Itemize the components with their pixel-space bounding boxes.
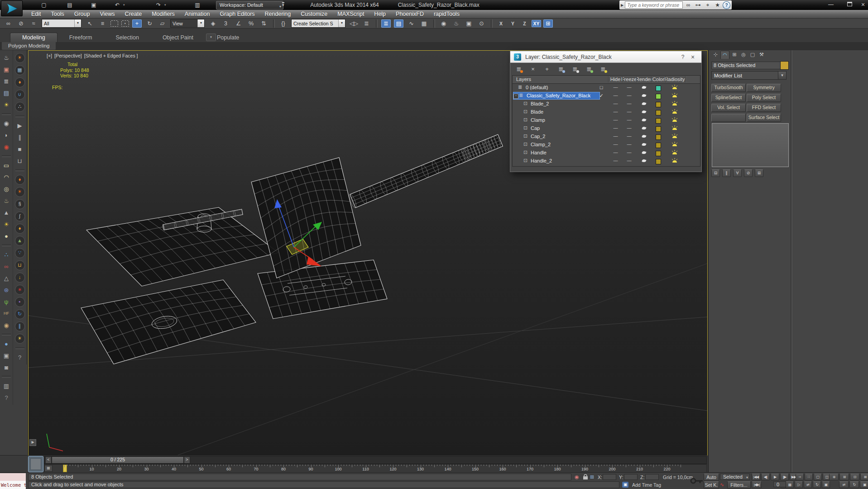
freeze-cell[interactable]: –– xyxy=(627,134,631,139)
named-selection-combo-caret-icon[interactable]: ▾ xyxy=(338,19,345,27)
freeze-cell[interactable]: –– xyxy=(627,158,631,163)
viewport-layout-tabs-button[interactable] xyxy=(28,456,43,472)
phoenix-smoke-preset-icon[interactable]: § xyxy=(15,199,25,209)
motion-tab[interactable]: ◎ xyxy=(739,51,748,58)
radiosity-cell[interactable] xyxy=(671,125,678,131)
axis-constraint-y[interactable]: Y xyxy=(508,20,518,27)
layer-column-hide[interactable]: Hide xyxy=(610,77,621,82)
curve-editor[interactable]: ∿ xyxy=(407,19,416,28)
sphere-primitive-icon[interactable]: ● xyxy=(1,231,11,241)
menu-views[interactable]: Views xyxy=(95,10,120,18)
radiosity-cell[interactable] xyxy=(671,158,678,164)
search-input[interactable] xyxy=(625,1,683,9)
layer-dialog-help-button[interactable]: ? xyxy=(678,54,688,60)
select-highlighted-objects[interactable]: ≣ xyxy=(557,65,565,73)
phoenix-particles-icon[interactable]: ∴ xyxy=(15,102,25,112)
dome-primitive-icon[interactable]: ◠ xyxy=(1,173,11,182)
help-icon[interactable]: ? xyxy=(1,393,11,403)
walk-through[interactable]: ▷ xyxy=(795,481,803,488)
phoenix-drops-preset-icon[interactable]: ∵ xyxy=(15,248,25,258)
freeze-cell[interactable]: –– xyxy=(627,101,631,106)
menu-phoenixfd[interactable]: PhoenixFD xyxy=(391,10,429,18)
hide-cell[interactable]: –– xyxy=(613,134,617,139)
modifier-button-vol-select[interactable]: Vol. Select xyxy=(711,104,746,112)
ribbon-tab-selection[interactable]: Selection xyxy=(104,33,150,42)
render-cell[interactable] xyxy=(641,93,647,98)
grass-icon[interactable]: ψ xyxy=(1,297,11,307)
layer-list-header[interactable]: LayersHideFreezeRenderColorRadiosity xyxy=(513,76,700,84)
cone-primitive-icon[interactable]: ▲ xyxy=(1,208,11,217)
next-frame[interactable]: ||▶ xyxy=(780,474,789,480)
x-coord-field[interactable] xyxy=(603,474,616,480)
radiosity-cell[interactable] xyxy=(671,85,678,91)
set-current-layer[interactable]: ≣ xyxy=(571,65,579,73)
communication-center-icon[interactable]: ⌖ xyxy=(703,1,712,9)
menu-edit[interactable]: Edit xyxy=(26,10,46,18)
current-frame-marker[interactable] xyxy=(63,465,67,472)
time-tag-icon[interactable]: ▣ xyxy=(622,482,628,488)
new-scene-button[interactable]: ▢ xyxy=(40,1,48,9)
blue-sphere-icon[interactable]: ● xyxy=(1,339,11,349)
search-icon[interactable]: ∞ xyxy=(684,1,693,9)
phoenix-fire-icon[interactable]: ♦ xyxy=(15,77,25,87)
viewport-label-view[interactable]: [Perspective] xyxy=(54,53,82,58)
minimize-button[interactable]: — xyxy=(825,1,837,9)
radiosity-cell[interactable] xyxy=(671,142,678,148)
zoom[interactable]: ⊕ xyxy=(829,474,839,480)
window-crossing-toggle[interactable]: ▪ xyxy=(121,20,129,27)
maxscript-mini-listener[interactable]: Welcome to xyxy=(0,481,26,489)
layer-color-swatch[interactable] xyxy=(656,118,661,124)
freeze-cell[interactable]: –– xyxy=(627,142,631,147)
zoom-all[interactable]: ⊞ xyxy=(839,474,849,480)
phoenix-ocean-icon[interactable]: ∪ xyxy=(15,90,25,100)
phoenix-ocean-sun-preset-icon[interactable]: ☀ xyxy=(15,334,25,344)
layer-color-swatch[interactable] xyxy=(656,86,661,91)
layer-color-swatch[interactable] xyxy=(656,151,661,156)
hide-cell[interactable]: –– xyxy=(613,158,617,163)
viewport-label-plus[interactable]: [+] xyxy=(47,53,52,58)
object-color-swatch[interactable] xyxy=(780,61,789,70)
layer-row-clamp-2[interactable]: ⊡Clamp_2–––– xyxy=(513,141,700,149)
bind-to-space-warp[interactable]: ≈ xyxy=(29,19,38,28)
open-file-button[interactable]: ▤ xyxy=(66,1,74,9)
fetch-button[interactable]: ▥ xyxy=(193,1,201,9)
modifier-button-symmetry[interactable]: Symmetry xyxy=(747,84,781,92)
layer-row-blade-2[interactable]: ⊡Blade_2–––– xyxy=(513,100,700,108)
phoenix-fire-preset-icon[interactable]: ♦ xyxy=(15,175,25,185)
plane-primitive-icon[interactable]: ▭ xyxy=(1,161,11,170)
modify-tab[interactable]: ◠ xyxy=(720,51,729,59)
phoenix-landscape-preset-icon[interactable]: ▲ xyxy=(15,236,25,246)
redo-dropdown-caret[interactable]: ▾ xyxy=(164,3,166,7)
time-slider-handle[interactable]: 0 / 225 xyxy=(52,456,184,464)
pan-view[interactable]: ⇄ xyxy=(804,481,812,488)
create-tab[interactable]: ⊹ xyxy=(711,51,719,58)
undo-button[interactable]: ↶ xyxy=(113,1,121,9)
clipboard-icon[interactable]: ▥ xyxy=(1,381,11,391)
spinner-snap-toggle[interactable]: ⇅ xyxy=(259,19,269,28)
sun-light-icon[interactable]: ☀ xyxy=(1,220,11,229)
new-key-curve-icon[interactable]: ∿ xyxy=(720,482,724,488)
close-button[interactable]: × xyxy=(857,1,868,9)
freeze-cell[interactable]: –– xyxy=(627,125,631,130)
render-cell[interactable] xyxy=(641,125,647,131)
reference-coordinate-combo-caret-icon[interactable]: ▾ xyxy=(197,19,204,27)
viewport-layout-flyout-arrow[interactable]: ▶ xyxy=(29,439,36,446)
selection-name-field[interactable]: 8 Objects Selected xyxy=(711,62,781,69)
hide-cell[interactable]: –– xyxy=(613,109,617,114)
maxscript-listener-macro-line[interactable] xyxy=(0,473,26,481)
remove-modifier[interactable]: ⊘ xyxy=(744,169,753,177)
delete-highlighted-layers[interactable]: × xyxy=(529,65,537,73)
phoenix-rope-preset-icon[interactable]: ∫ xyxy=(15,211,25,221)
phoenix-burst-preset-icon[interactable]: ☀ xyxy=(15,187,25,197)
phoenix-splash-preset-icon[interactable]: ∗ xyxy=(15,285,25,295)
foam-icon[interactable]: ⊛ xyxy=(1,285,11,295)
transform-typein-icon[interactable]: ⊞ xyxy=(590,474,594,480)
render-cell[interactable] xyxy=(641,142,647,147)
layer-row-clamp[interactable]: ⊡Clamp–––– xyxy=(513,116,700,125)
app-logo-button[interactable] xyxy=(1,0,23,16)
orbit-subobject[interactable]: ↻ xyxy=(849,481,859,488)
ribbon-config-icon[interactable]: ▾ xyxy=(206,34,216,41)
phoenix-explosion-icon[interactable]: ☀ xyxy=(15,53,25,63)
create-new-layer[interactable]: ≣ xyxy=(515,65,523,73)
hairfarm-icon[interactable]: HF xyxy=(1,309,11,318)
